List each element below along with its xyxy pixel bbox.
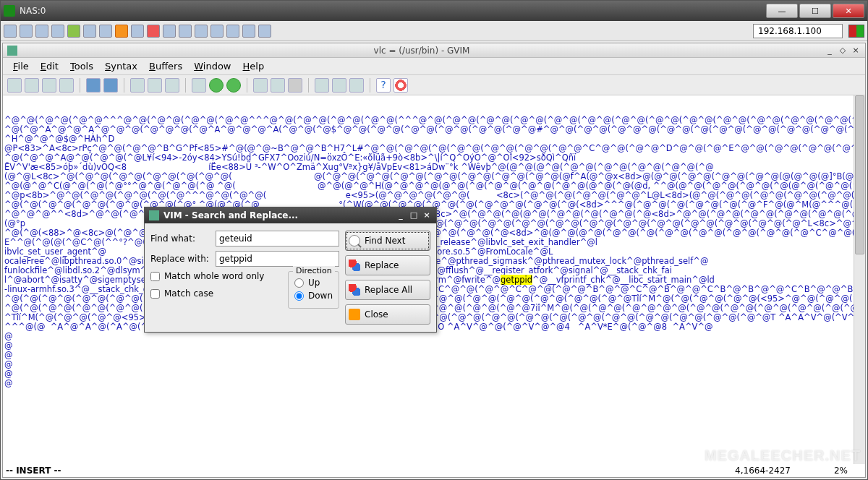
toolbar-icon-3[interactable]: [35, 25, 48, 38]
window-buttons: — ☐ ✕: [766, 4, 864, 18]
redo-icon[interactable]: [103, 78, 118, 93]
match-case-label: Match case: [164, 288, 213, 299]
outer-titlebar: NAS:0 — ☐ ✕: [1, 1, 867, 21]
gvim-icon: [7, 46, 17, 56]
findprev-icon[interactable]: [226, 78, 241, 93]
gvim-toolbar: ?: [3, 75, 865, 95]
window-title: NAS:0: [20, 6, 766, 16]
scroll-percent: 2%: [834, 466, 848, 476]
toolbar-icon-13[interactable]: [210, 25, 224, 38]
menu-edit[interactable]: Edit: [35, 59, 64, 73]
gvim-window: vlc = (/usr/bin) - GVIM _ ◇ × File Edit …: [2, 43, 866, 478]
maximize-button[interactable]: ☐: [799, 4, 831, 18]
scrollbar[interactable]: [854, 95, 865, 464]
replace-button[interactable]: Replace: [345, 255, 430, 275]
dialog-titlebar[interactable]: VIM - Search and Replace... _ □ ×: [145, 207, 436, 223]
gvim-titlebar: vlc = (/usr/bin) - GVIM _ ◇ ×: [3, 43, 865, 58]
menu-syntax[interactable]: Syntax: [99, 59, 143, 73]
close-dialog-button[interactable]: Close: [345, 304, 430, 325]
cut-icon[interactable]: [130, 78, 145, 93]
script-icon[interactable]: [349, 78, 364, 93]
close-icon: [349, 309, 360, 320]
cursor-position: 4,1664-2427: [735, 466, 791, 476]
dialog-icon: [149, 210, 159, 220]
gvim-close-button[interactable]: ×: [851, 46, 861, 56]
toolbar-icon-alert[interactable]: [115, 25, 128, 38]
replace-icon: [349, 260, 360, 271]
find-icon[interactable]: [192, 78, 206, 93]
close-button[interactable]: ✕: [833, 4, 864, 18]
open-icon[interactable]: [7, 78, 22, 93]
replace-all-icon: [349, 284, 360, 296]
direction-down-radio[interactable]: [294, 291, 304, 301]
dialog-close-button[interactable]: ×: [422, 210, 432, 220]
status-indicator: [848, 25, 864, 38]
toolbar-icon-7[interactable]: [99, 25, 112, 38]
gvim-maximize-button[interactable]: ◇: [838, 46, 848, 56]
menu-window[interactable]: Window: [188, 59, 237, 73]
ip-address-input[interactable]: [753, 24, 843, 38]
save-icon[interactable]: [25, 78, 39, 93]
direction-group: Direction Up Down: [288, 271, 339, 309]
toolbar-icon-8[interactable]: [131, 25, 144, 38]
tag-icon[interactable]: [315, 78, 329, 93]
menu-buffers[interactable]: Buffers: [143, 59, 188, 73]
saveall-icon[interactable]: [42, 78, 56, 93]
toolbar-icon-5[interactable]: [67, 25, 80, 38]
mode-indicator: -- INSERT --: [6, 466, 61, 476]
paste-icon[interactable]: [165, 78, 179, 93]
app-icon: [4, 5, 15, 17]
find-input[interactable]: [216, 231, 339, 247]
statusbar: -- INSERT -- 4,1664-2427 2%: [3, 464, 865, 477]
direction-down-label: Down: [308, 291, 333, 301]
help-question-icon[interactable]: ?: [376, 78, 391, 93]
search-replace-dialog: VIM - Search and Replace... _ □ × Find w…: [144, 207, 437, 333]
minimize-button[interactable]: —: [766, 4, 798, 18]
match-case-checkbox[interactable]: [150, 289, 160, 299]
toolbar-icon-4[interactable]: [51, 25, 64, 38]
match-word-checkbox[interactable]: [150, 272, 160, 281]
find-icon: [349, 235, 360, 247]
dialog-maximize-button[interactable]: □: [409, 210, 419, 220]
menu-file[interactable]: File: [7, 59, 35, 73]
dialog-minimize-button[interactable]: _: [396, 210, 406, 220]
replace-label: Replace with:: [150, 254, 216, 264]
settings-icon[interactable]: [288, 78, 302, 93]
replace-input[interactable]: [216, 251, 339, 267]
find-label: Find what:: [150, 233, 216, 244]
findnext-icon[interactable]: [209, 78, 224, 93]
calendar-icon[interactable]: [332, 78, 346, 93]
print-icon[interactable]: [59, 78, 74, 93]
replace-all-button[interactable]: Replace All: [345, 280, 430, 300]
outer-window: NAS:0 — ☐ ✕ vlc = (/usr/bin) - GVIM _: [0, 0, 868, 480]
toolbar-icon-6[interactable]: [83, 25, 96, 38]
toolbar-icon-2[interactable]: [20, 25, 33, 38]
toolbar-icon-15[interactable]: [242, 25, 255, 38]
toolbar-icon-16[interactable]: [258, 25, 271, 38]
match-word-label: Match whole word only: [164, 271, 264, 281]
gvim-menubar: File Edit Tools Syntax Buffers Window He…: [3, 58, 865, 75]
toolbar-icon-10[interactable]: [163, 25, 176, 38]
direction-up-label: Up: [308, 278, 320, 288]
gvim-minimize-button[interactable]: _: [825, 46, 835, 56]
toolbar-icon-9[interactable]: [147, 25, 160, 38]
make-icon[interactable]: [271, 78, 285, 93]
toolbar-icon-11[interactable]: [179, 25, 192, 38]
menu-help[interactable]: Help: [237, 59, 270, 73]
gvim-title: vlc = (/usr/bin) - GVIM: [22, 46, 822, 56]
menu-tools[interactable]: Tools: [64, 59, 99, 73]
find-next-button[interactable]: Find Next: [345, 231, 430, 251]
direction-up-radio[interactable]: [294, 278, 304, 288]
dialog-title: VIM - Search and Replace...: [163, 210, 393, 220]
session-icon[interactable]: [253, 78, 268, 93]
undo-icon[interactable]: [86, 78, 101, 93]
toolbar-icon-12[interactable]: [195, 25, 208, 38]
direction-legend: Direction: [293, 266, 335, 275]
toolbar-icon-14[interactable]: [226, 25, 239, 38]
help-lifesaver-icon[interactable]: [393, 78, 408, 93]
copy-icon[interactable]: [148, 78, 162, 93]
outer-toolbar: [1, 21, 867, 41]
scrollbar-thumb[interactable]: [855, 95, 864, 254]
toolbar-icon-1[interactable]: [4, 25, 17, 38]
watermark: MEGALEECHER.NET: [705, 447, 861, 464]
